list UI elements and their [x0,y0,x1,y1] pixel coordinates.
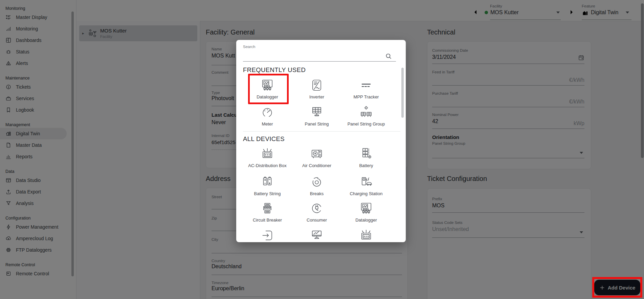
panel-string-group-icon [342,105,390,120]
app-window: Facility MOS Kutter Feature Digital Twin… [0,0,644,299]
device-tile-charging-station[interactable]: Charging Station [342,175,390,196]
device-tile-partial-1[interactable] [244,228,291,242]
annotation-add-device-box [592,277,642,298]
device-tile-consumer[interactable]: Consumer [293,201,340,223]
device-tile-inverter[interactable]: Inverter [293,78,340,99]
inverter-icon [293,78,340,93]
battery-string-icon [244,175,291,189]
feed-in-icon [244,228,291,242]
device-tile-panel-string-group[interactable]: Panel String Group [342,105,390,127]
device-tile-battery[interactable]: Battery [342,146,390,168]
device-tile-meter[interactable]: Meter [244,105,291,127]
circuit-breaker-icon [244,201,291,216]
modal-divider [243,131,400,132]
device-tile-ac-distribution-box[interactable]: AC-Distribution Box [244,146,291,168]
breaks-icon [293,175,340,189]
mpp-tracker-icon [342,78,390,93]
battery-icon [342,146,390,161]
add-device-modal: Search FREQUENTLY USED Datalogger Invert… [236,40,406,242]
search-input[interactable] [243,61,396,62]
all-devices-header: ALL DEVICES [243,135,285,143]
device-tile-panel-string[interactable]: Panel String [293,105,340,127]
device-tile-breaks[interactable]: Breaks [293,175,340,196]
device-tile-air-conditioner[interactable]: Air Conditioner [293,146,340,168]
meter-icon [244,105,291,120]
search-icon[interactable] [385,53,392,60]
distribution-box-icon [342,228,390,242]
device-tile-datalogger-2[interactable]: Datalogger [342,201,390,223]
charging-station-icon [342,175,390,189]
panel-string-icon [293,105,340,120]
frequently-used-header: FREQUENTLY USED [243,66,306,74]
annotation-datalogger-box [248,74,289,104]
display-icon [293,228,340,242]
device-tile-mpp-tracker[interactable]: MPP Tracker [342,78,390,99]
air-conditioner-icon [293,146,340,161]
datalogger-icon [342,201,390,216]
consumer-icon [293,201,340,216]
device-tile-circuit-breaker[interactable]: Circuit Breaker [244,201,291,223]
device-tile-partial-3[interactable] [342,228,390,242]
device-tile-battery-string[interactable]: Battery String [244,175,291,196]
device-tile-partial-2[interactable] [293,228,340,242]
modal-scrollbar[interactable] [401,68,404,118]
ac-distribution-box-icon [244,146,291,161]
search-label: Search [243,45,255,49]
